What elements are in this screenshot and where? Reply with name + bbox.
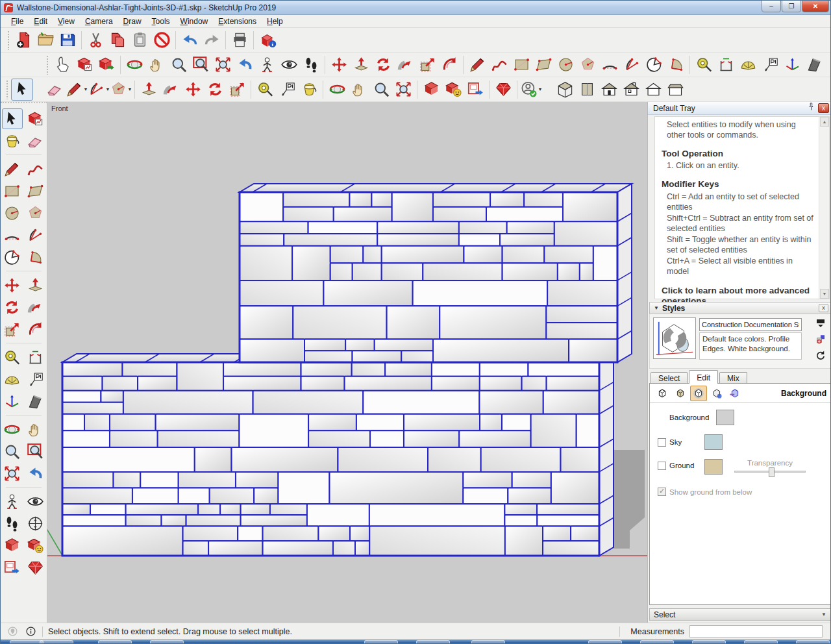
measurements-input[interactable] [689,625,823,638]
slider-thumb[interactable] [769,467,775,477]
position-camera-tool-button[interactable] [2,491,23,512]
axes-tool-button[interactable] [781,54,803,76]
menu-tools[interactable]: Tools [147,16,175,27]
zoom-window-tool-button[interactable] [25,441,46,462]
section-plane-tool-button[interactable] [25,391,46,412]
zoom-extents-tool-button[interactable] [212,54,234,76]
menu-view[interactable]: View [53,16,80,27]
position-camera-tool-button[interactable] [256,54,278,76]
print-tool-button[interactable] [229,29,251,51]
pan-tool-button[interactable] [25,419,46,440]
orbit-tool-button[interactable] [123,54,145,76]
select-tool-button[interactable] [11,79,33,101]
scroll-down-icon[interactable]: ▼ [820,289,829,299]
offset-tool-button[interactable] [25,319,46,340]
taskbar-app[interactable] [98,640,132,644]
edge-settings-icon[interactable] [654,386,671,401]
previous-view-tool-button[interactable] [25,463,46,484]
erase-tool-button[interactable] [151,29,173,51]
sky-swatch[interactable] [704,434,723,450]
model-info-tool-button[interactable] [256,29,279,51]
zoom-tool-button[interactable] [2,441,23,462]
view-back-tool-button[interactable] [642,79,664,101]
scale-tool-button[interactable] [226,79,248,101]
styles-tab-edit[interactable]: Edit [689,370,718,384]
show-ground-checkbox[interactable] [658,488,666,496]
ashlar-wall-model[interactable] [47,102,647,623]
rotate-tool-button[interactable] [372,54,394,76]
paint-bucket-tool-button[interactable] [2,130,23,151]
menu-help[interactable]: Help [262,16,288,27]
taskbar-app[interactable] [364,640,398,644]
taskbar-app[interactable] [744,640,778,644]
protractor-tool-button[interactable] [737,54,759,76]
replace-selected-tool-button[interactable] [73,54,95,76]
menu-window[interactable]: Window [175,16,214,27]
arc-tool-button[interactable] [25,225,46,245]
save-tool-button[interactable] [56,29,79,51]
style-name-input[interactable] [699,318,802,331]
style-description[interactable]: Default face colors. Profile Edges. Whit… [699,332,802,360]
dropdown-arrow-icon[interactable]: ▼ [538,87,543,92]
push-pull-tool-button[interactable] [350,54,372,76]
redo-tool-button[interactable] [201,29,223,51]
minimize-button[interactable]: – [762,0,781,12]
line-tool-button[interactable] [2,158,23,179]
eraser-tool-button[interactable] [43,79,66,101]
toolbar-grip[interactable] [7,31,10,50]
zoom-tool-button[interactable] [167,54,190,76]
arc-2-point-tool-button[interactable] [599,54,621,76]
update-style-icon[interactable] [813,349,828,362]
select-tool-button[interactable] [2,108,23,129]
pan-tool-button[interactable] [348,79,370,101]
previous-view-tool-button[interactable] [234,54,256,76]
pie-tool-button[interactable] [665,54,687,76]
push-pull-tool-button[interactable] [138,79,160,101]
view-right-tool-button[interactable] [620,79,642,101]
arc-2-point-tool-button[interactable] [2,225,23,245]
taskbar-app[interactable] [150,640,184,644]
ground-checkbox[interactable] [658,462,666,470]
scale-tool-button[interactable] [2,319,23,340]
paste-tool-button[interactable] [129,29,151,51]
taskbar-app[interactable] [588,640,622,644]
circle-tool-button[interactable] [2,203,23,223]
arc-3-point-tool-button[interactable] [2,247,23,267]
view-front-tool-button[interactable] [598,79,620,101]
dropdown-arrow-icon[interactable]: ▼ [128,87,132,92]
windows-taskbar[interactable] [1,639,831,644]
move-tool-button[interactable] [182,79,204,101]
share-model-tool-button[interactable] [25,535,46,556]
instructor-scrollbar[interactable]: ▲ ▼ [819,117,829,299]
protractor-tool-button[interactable] [2,369,23,390]
taskbar-app[interactable] [10,640,43,644]
menu-file[interactable]: File [6,16,29,27]
open-tool-button[interactable] [34,29,56,51]
pie-tool-button[interactable] [25,247,46,267]
undo-tool-button[interactable] [179,29,201,51]
cut-tool-button[interactable] [84,29,106,51]
show-secondary-pane-icon[interactable] [813,317,828,330]
look-around-tool-button[interactable] [25,491,46,512]
close-button[interactable]: ✕ [802,0,829,12]
freehand-tool-button[interactable] [25,158,46,179]
model-viewport[interactable]: Front [47,102,647,623]
menu-extensions[interactable]: Extensions [213,16,262,27]
3d-warehouse-tool-button[interactable] [420,79,442,101]
styles-panel-header[interactable]: ▼ Styles x [649,302,831,314]
shapes-tool-button[interactable]: ▼ [110,79,132,101]
new-tool-button[interactable] [12,29,34,51]
menu-draw[interactable]: Draw [118,16,147,27]
restore-button[interactable]: ❐ [782,0,801,12]
circle-tool-button[interactable] [554,54,577,76]
geolocation-icon[interactable] [6,625,19,638]
zoom-tool-button[interactable] [370,79,392,101]
send-to-layout-tool-button[interactable] [464,79,486,101]
background-swatch[interactable] [716,410,734,425]
zoom-extents-tool-button[interactable] [2,463,23,484]
taskbar-app[interactable] [692,640,726,644]
toolbar-grip[interactable] [6,80,9,99]
arcs-tool-button[interactable]: ▼ [88,79,110,101]
3d-warehouse-tool-button[interactable] [2,535,23,556]
extension-warehouse-tool-button[interactable] [25,557,46,578]
